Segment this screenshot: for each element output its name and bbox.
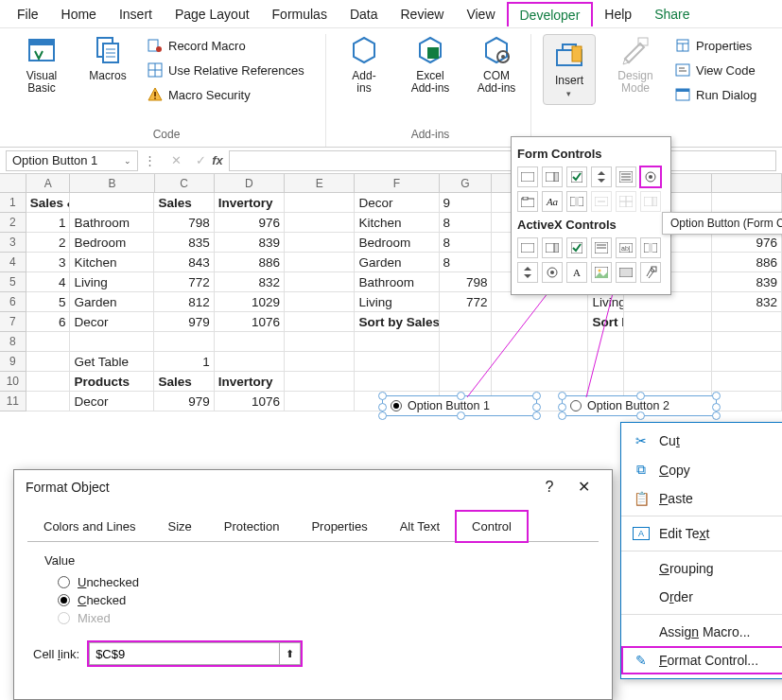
row-header[interactable]: 1 — [0, 193, 26, 213]
dlg-tab-protection[interactable]: Protection — [208, 511, 296, 542]
menu-formulas[interactable]: Formulas — [261, 3, 339, 26]
cell[interactable] — [285, 233, 355, 253]
cell[interactable]: Sort by Sales — [355, 312, 439, 332]
cell[interactable]: 8 — [440, 213, 493, 233]
run-dialog-button[interactable]: Run Dialog — [675, 85, 779, 104]
ax-spin-icon[interactable] — [517, 262, 538, 283]
col-header[interactable]: F — [355, 174, 439, 192]
row-header[interactable]: 9 — [0, 352, 26, 372]
cell[interactable]: 4 — [26, 272, 71, 292]
cell[interactable] — [588, 372, 624, 392]
col-header[interactable]: D — [215, 174, 285, 192]
cell[interactable] — [215, 352, 285, 372]
row-header[interactable]: 5 — [0, 272, 26, 292]
form-combo-icon[interactable] — [542, 166, 563, 187]
cell[interactable]: Bathroom — [355, 272, 439, 292]
row-header[interactable]: 3 — [0, 233, 26, 253]
cell[interactable]: 812 — [154, 292, 214, 312]
cell[interactable] — [355, 352, 439, 372]
dlg-tab-properties[interactable]: Properties — [295, 511, 383, 542]
cell[interactable]: 6 — [26, 312, 71, 332]
cell[interactable] — [712, 193, 782, 213]
cell[interactable] — [440, 332, 493, 352]
cell[interactable] — [26, 352, 71, 372]
cell[interactable] — [285, 193, 355, 213]
cell[interactable] — [285, 352, 355, 372]
menu-data[interactable]: Data — [339, 3, 390, 26]
cell[interactable] — [624, 332, 712, 352]
cell[interactable]: 798 — [154, 213, 214, 233]
menu-insert[interactable]: Insert — [108, 3, 164, 26]
view-code-button[interactable]: View Code — [675, 61, 779, 79]
value-unchecked[interactable]: Unchecked — [58, 575, 593, 589]
menu-view[interactable]: View — [455, 3, 506, 26]
cell[interactable] — [285, 213, 355, 233]
cell[interactable]: 839 — [215, 233, 285, 253]
cell[interactable]: Get Table — [70, 352, 154, 372]
cell[interactable] — [492, 332, 588, 352]
cell[interactable] — [588, 332, 624, 352]
formula-input[interactable] — [229, 150, 776, 171]
ctx-assign-macro[interactable]: Assign Macro... — [621, 618, 782, 646]
cell[interactable] — [712, 312, 782, 332]
cell[interactable] — [712, 392, 782, 411]
cell[interactable]: Invertory — [215, 193, 285, 213]
dlg-tab-colors-and-lines[interactable]: Colors and Lines — [27, 511, 152, 542]
form-option-icon[interactable] — [640, 166, 661, 187]
cell[interactable]: 1 — [26, 213, 71, 233]
form-scroll-icon[interactable] — [566, 191, 587, 212]
cell[interactable]: 2 — [26, 233, 71, 253]
properties-button[interactable]: Properties — [675, 36, 779, 55]
form-spin-icon[interactable] — [591, 166, 612, 187]
menu-developer[interactable]: Developer — [507, 2, 594, 26]
cell[interactable] — [70, 193, 154, 213]
cell[interactable] — [355, 372, 439, 392]
cell[interactable] — [492, 292, 588, 312]
cell[interactable]: 979 — [154, 392, 214, 411]
cell[interactable] — [26, 372, 71, 392]
cell[interactable] — [285, 292, 355, 312]
cell[interactable]: 976 — [215, 213, 285, 233]
dlg-tab-size[interactable]: Size — [152, 511, 208, 542]
row-header[interactable]: 2 — [0, 213, 26, 233]
cell[interactable]: Living — [355, 292, 439, 312]
cell-link-input[interactable] — [90, 643, 279, 664]
menu-share[interactable]: Share — [643, 3, 701, 26]
menu-help[interactable]: Help — [593, 3, 643, 26]
excel-addins-button[interactable]: ExcelAdd-ins — [404, 34, 457, 95]
ax-check-icon[interactable] — [566, 237, 587, 258]
cell[interactable] — [624, 312, 712, 332]
cell[interactable]: 772 — [154, 272, 214, 292]
cell[interactable]: Bathroom — [70, 213, 154, 233]
cell[interactable] — [26, 392, 71, 411]
col-header[interactable] — [0, 174, 26, 192]
macros-button[interactable]: Macros — [81, 34, 134, 104]
ax-label-icon[interactable]: A — [566, 262, 587, 283]
cell[interactable] — [588, 352, 624, 372]
row-header[interactable]: 8 — [0, 332, 26, 352]
form-label-icon[interactable]: Aa — [542, 191, 563, 212]
design-mode-button[interactable]: DesignMode — [609, 34, 662, 105]
cell[interactable] — [624, 372, 712, 392]
name-box[interactable]: Option Button 1⌄ — [6, 150, 138, 171]
dlg-tab-control[interactable]: Control — [456, 511, 528, 542]
fx-icon[interactable]: fx — [212, 153, 223, 167]
cell[interactable] — [285, 272, 355, 292]
form-check-icon[interactable] — [566, 166, 587, 187]
cell[interactable]: 976 — [712, 233, 782, 253]
cell[interactable]: 839 — [712, 272, 782, 292]
cell[interactable]: Sales & Invertory — [26, 193, 71, 213]
visual-basic-button[interactable]: VisualBasic — [15, 34, 68, 104]
ax-toggle-icon[interactable] — [616, 262, 636, 283]
cell[interactable] — [70, 332, 154, 352]
dlg-tab-alt-text[interactable]: Alt Text — [384, 511, 456, 542]
cell[interactable]: 886 — [215, 253, 285, 272]
ax-scroll-icon[interactable] — [640, 237, 661, 258]
form-list-icon[interactable] — [616, 166, 636, 187]
cell[interactable] — [492, 352, 588, 372]
dialog-help-button[interactable]: ? — [532, 479, 566, 496]
cell[interactable]: Sales — [154, 372, 214, 392]
cell[interactable]: 835 — [154, 233, 214, 253]
cell[interactable]: Garden — [355, 253, 439, 272]
cell[interactable]: Decor — [70, 312, 154, 332]
